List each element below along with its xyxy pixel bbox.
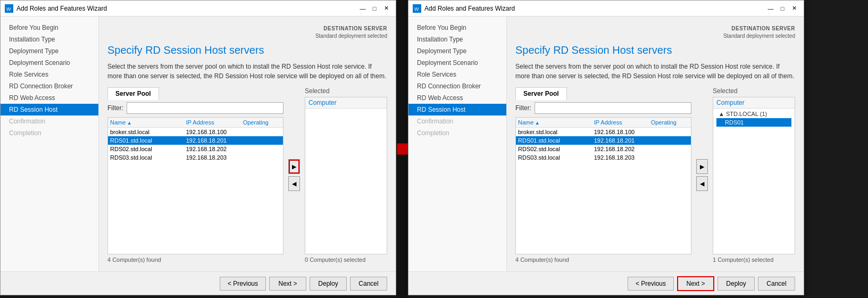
wizard-icon-right: W: [413, 4, 421, 13]
page-title-left: Specify RD Session Host servers: [107, 44, 387, 56]
add-server-btn-right[interactable]: ▶: [696, 159, 708, 174]
selected-footer-right: 1 Computer(s) selected: [713, 254, 795, 263]
deploy-btn-right[interactable]: Deploy: [717, 277, 755, 291]
previous-btn-right[interactable]: < Previous: [628, 277, 674, 291]
sidebar-item-completion-right: Completion: [408, 127, 506, 139]
filter-input-left[interactable]: [127, 102, 283, 114]
table-row[interactable]: RDS02.std.local 192.168.18.202: [108, 145, 283, 153]
cancel-btn-right[interactable]: Cancel: [758, 277, 795, 291]
add-server-btn-left[interactable]: ▶: [288, 159, 300, 174]
col-name-right[interactable]: Name: [518, 119, 594, 126]
minimize-btn-left[interactable]: —: [357, 4, 368, 13]
server-pool-tab-right[interactable]: Server Pool: [515, 87, 567, 100]
dest-server-value-right: Standard deployment selected: [515, 32, 795, 40]
maximize-btn-right[interactable]: □: [777, 4, 788, 13]
table-row[interactable]: broker.std.local 192.168.18.100: [516, 128, 691, 136]
sidebar-item-deployment-type-right[interactable]: Deployment Type: [408, 45, 506, 57]
selected-list-right: Computer ▲ STD.LOCAL (1) RDS01: [713, 97, 795, 254]
divider: [396, 0, 408, 298]
selected-group-right: ▲ STD.LOCAL (1): [716, 110, 791, 118]
col-ip-right[interactable]: IP Address: [594, 119, 651, 126]
panel-tabs-left: Server Pool: [107, 87, 283, 100]
close-btn-left[interactable]: ✕: [381, 4, 391, 13]
server-table-left: Name IP Address Operating broker.std.loc…: [107, 117, 283, 254]
table-header-right: Name IP Address Operating: [516, 118, 691, 128]
pool-panel-left: Server Pool Filter: Name IP Address Oper…: [107, 87, 283, 263]
cancel-btn-left[interactable]: Cancel: [350, 277, 387, 291]
description-right: Select the servers from the server pool …: [515, 62, 795, 81]
sidebar-item-deployment-type-left[interactable]: Deployment Type: [1, 45, 98, 57]
sidebar-item-before-you-begin-left[interactable]: Before You Begin: [1, 22, 98, 34]
sidebar-left: Before You Begin Installation Type Deplo…: [1, 16, 99, 271]
col-ip-left[interactable]: IP Address: [186, 119, 243, 126]
table-row-selected-right[interactable]: RDS01.std.local 192.168.18.201: [516, 136, 691, 145]
previous-btn-left[interactable]: < Previous: [220, 277, 266, 291]
filter-label-right: Filter:: [515, 104, 531, 112]
maximize-btn-left[interactable]: □: [369, 4, 380, 13]
sidebar-item-before-you-begin-right[interactable]: Before You Begin: [408, 22, 506, 34]
col-os-right: Operating: [651, 119, 689, 126]
svg-text:W: W: [414, 6, 419, 12]
remove-server-btn-left[interactable]: ◀: [288, 176, 300, 191]
selected-list-header-left: Computer: [305, 97, 387, 109]
sidebar-item-rd-connection-broker-right[interactable]: RD Connection Broker: [408, 80, 506, 92]
sidebar-item-installation-type-left[interactable]: Installation Type: [1, 34, 98, 45]
dest-server-label-right: DESTINATION SERVER: [515, 25, 795, 32]
content-area-left: DESTINATION SERVER Standard deployment s…: [99, 16, 396, 271]
wizard-footer-right: < Previous Next > Deploy Cancel: [408, 271, 804, 295]
window-controls-left: — □ ✕: [357, 4, 391, 13]
table-row[interactable]: RDS03.std.local 192.168.18.203: [516, 153, 691, 162]
sidebar-right: Before You Begin Installation Type Deplo…: [408, 16, 507, 271]
left-wizard-window: W Add Roles and Features Wizard — □ ✕ Be…: [0, 0, 396, 295]
pool-panel-right: Server Pool Filter: Name IP Address Oper…: [515, 87, 691, 263]
sidebar-item-role-services-left[interactable]: Role Services: [1, 69, 98, 80]
table-footer-right: 4 Computer(s) found: [515, 254, 691, 263]
table-row[interactable]: broker.std.local 192.168.18.100: [108, 128, 283, 136]
table-row[interactable]: RDS03.std.local 192.168.18.203: [108, 153, 283, 162]
table-header-left: Name IP Address Operating: [108, 118, 283, 128]
deploy-btn-left[interactable]: Deploy: [310, 277, 347, 291]
sidebar-item-installation-type-right[interactable]: Installation Type: [408, 34, 506, 45]
table-row[interactable]: RDS02.std.local 192.168.18.202: [516, 145, 691, 153]
panel-tabs-right: Server Pool: [515, 87, 691, 100]
next-btn-left[interactable]: Next >: [269, 277, 306, 291]
minimize-btn-right[interactable]: —: [765, 4, 776, 13]
wizard-icon-left: W: [5, 4, 13, 13]
table-row-selected-left[interactable]: RDS01.std.local 192.168.18.201: [108, 136, 283, 145]
highlight-add-btn-left: [289, 160, 299, 173]
sidebar-item-deployment-scenario-right[interactable]: Deployment Scenario: [408, 57, 506, 69]
remove-server-btn-right[interactable]: ◀: [696, 176, 708, 191]
server-table-right: Name IP Address Operating broker.std.loc…: [515, 117, 691, 254]
filter-input-right[interactable]: [535, 102, 691, 114]
server-pool-tab-left[interactable]: Server Pool: [107, 87, 159, 100]
selected-footer-left: 0 Computer(s) selected: [305, 254, 387, 263]
page-title-right: Specify RD Session Host servers: [515, 44, 795, 56]
sidebar-item-rd-session-host-right[interactable]: RD Session Host: [408, 104, 506, 115]
sidebar-item-role-services-right[interactable]: Role Services: [408, 69, 506, 80]
dest-server-value-left: Standard deployment selected: [107, 32, 387, 40]
wizard-body-left: Before You Begin Installation Type Deplo…: [1, 16, 396, 271]
server-selection-left: Server Pool Filter: Name IP Address Oper…: [107, 87, 387, 263]
sidebar-item-rd-web-access-right[interactable]: RD Web Access: [408, 92, 506, 104]
arrow-buttons-right: ▶ ◀: [696, 87, 708, 263]
filter-label-left: Filter:: [107, 104, 123, 112]
dest-server-left: DESTINATION SERVER Standard deployment s…: [107, 25, 387, 40]
selected-label-left: Selected: [305, 87, 387, 95]
dest-server-right: DESTINATION SERVER Standard deployment s…: [515, 25, 795, 40]
server-selection-right: Server Pool Filter: Name IP Address Oper…: [515, 87, 795, 263]
wizard-body-right: Before You Begin Installation Type Deplo…: [408, 16, 804, 271]
selected-item-rds01[interactable]: RDS01: [716, 118, 791, 127]
svg-text:W: W: [6, 6, 11, 12]
close-btn-right[interactable]: ✕: [789, 4, 799, 13]
table-body-left: broker.std.local 192.168.18.100 RDS01.st…: [108, 128, 283, 254]
sidebar-item-rd-web-access-left[interactable]: RD Web Access: [1, 92, 98, 104]
sidebar-item-deployment-scenario-left[interactable]: Deployment Scenario: [1, 57, 98, 69]
sidebar-item-rd-session-host-left[interactable]: RD Session Host: [1, 104, 98, 115]
table-footer-left: 4 Computer(s) found: [107, 254, 283, 263]
title-bar-right: W Add Roles and Features Wizard — □ ✕: [408, 1, 804, 16]
filter-row-left: Filter:: [107, 102, 283, 114]
col-name-left[interactable]: Name: [110, 119, 186, 126]
sidebar-item-rd-connection-broker-left[interactable]: RD Connection Broker: [1, 80, 98, 92]
next-btn-right[interactable]: Next >: [677, 276, 714, 291]
sidebar-item-confirmation-left: Confirmation: [1, 115, 98, 127]
